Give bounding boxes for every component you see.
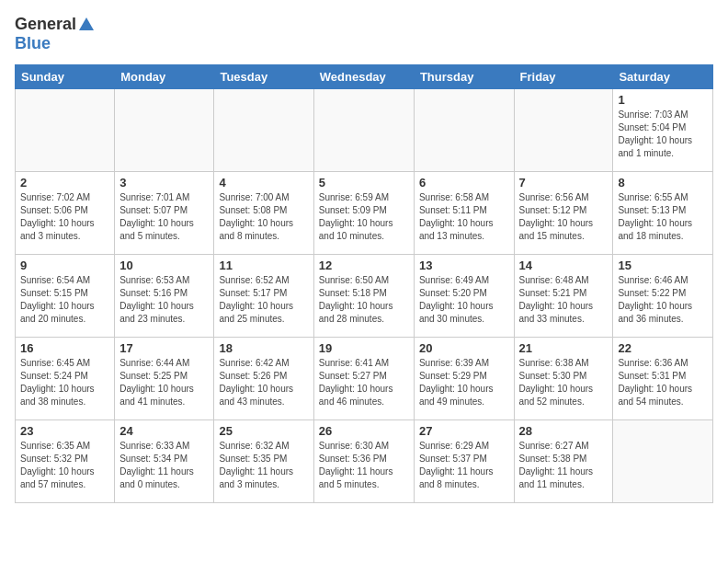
day-info: Sunrise: 7:03 AM Sunset: 5:04 PM Dayligh… xyxy=(618,109,708,160)
day-number: 23 xyxy=(20,424,109,438)
calendar-cell-w2d6: 15Sunrise: 6:46 AM Sunset: 5:22 PM Dayli… xyxy=(613,255,713,338)
day-info: Sunrise: 6:27 AM Sunset: 5:38 PM Dayligh… xyxy=(519,440,609,491)
calendar-cell-w2d5: 14Sunrise: 6:48 AM Sunset: 5:21 PM Dayli… xyxy=(514,255,613,338)
day-info: Sunrise: 6:50 AM Sunset: 5:18 PM Dayligh… xyxy=(319,274,409,326)
calendar-cell-w0d5 xyxy=(514,89,613,172)
page-header: General Blue xyxy=(15,15,713,53)
logo-blue-text: Blue xyxy=(15,34,51,52)
calendar-cell-w1d5: 7Sunrise: 6:56 AM Sunset: 5:12 PM Daylig… xyxy=(514,172,613,255)
day-info: Sunrise: 6:30 AM Sunset: 5:36 PM Dayligh… xyxy=(319,440,409,491)
day-info: Sunrise: 6:45 AM Sunset: 5:24 PM Dayligh… xyxy=(20,357,109,408)
week-row-3: 16Sunrise: 6:45 AM Sunset: 5:24 PM Dayli… xyxy=(16,338,713,420)
day-info: Sunrise: 6:55 AM Sunset: 5:13 PM Dayligh… xyxy=(618,191,708,243)
calendar-cell-w1d0: 2Sunrise: 7:02 AM Sunset: 5:06 PM Daylig… xyxy=(16,172,115,255)
day-number: 13 xyxy=(419,259,509,272)
calendar-table: SundayMondayTuesdayWednesdayThursdayFrid… xyxy=(15,64,713,503)
calendar-cell-w1d1: 3Sunrise: 7:01 AM Sunset: 5:07 PM Daylig… xyxy=(115,172,214,255)
day-number: 3 xyxy=(119,176,209,190)
day-number: 21 xyxy=(519,341,609,355)
calendar-cell-w0d6: 1Sunrise: 7:03 AM Sunset: 5:04 PM Daylig… xyxy=(613,89,713,172)
weekday-header-friday: Friday xyxy=(514,65,613,89)
day-number: 6 xyxy=(419,176,509,190)
calendar-cell-w4d2: 25Sunrise: 6:32 AM Sunset: 5:35 PM Dayli… xyxy=(214,420,313,503)
calendar-cell-w1d3: 5Sunrise: 6:59 AM Sunset: 5:09 PM Daylig… xyxy=(313,172,414,255)
day-number: 28 xyxy=(519,424,609,438)
day-number: 9 xyxy=(20,259,109,272)
day-info: Sunrise: 6:32 AM Sunset: 5:35 PM Dayligh… xyxy=(219,440,308,491)
calendar-cell-w4d6 xyxy=(613,420,713,503)
weekday-header-saturday: Saturday xyxy=(613,65,713,89)
weekday-header-tuesday: Tuesday xyxy=(214,65,313,89)
day-info: Sunrise: 6:41 AM Sunset: 5:27 PM Dayligh… xyxy=(319,357,409,408)
day-info: Sunrise: 6:48 AM Sunset: 5:21 PM Dayligh… xyxy=(519,274,609,326)
day-info: Sunrise: 6:38 AM Sunset: 5:30 PM Dayligh… xyxy=(519,357,609,408)
day-number: 2 xyxy=(20,176,109,190)
calendar-cell-w2d4: 13Sunrise: 6:49 AM Sunset: 5:20 PM Dayli… xyxy=(414,255,514,338)
calendar-cell-w0d2 xyxy=(214,89,313,172)
day-info: Sunrise: 6:46 AM Sunset: 5:22 PM Dayligh… xyxy=(618,274,708,326)
day-number: 5 xyxy=(319,176,409,190)
day-info: Sunrise: 6:42 AM Sunset: 5:26 PM Dayligh… xyxy=(219,357,308,408)
week-row-2: 9Sunrise: 6:54 AM Sunset: 5:15 PM Daylig… xyxy=(16,255,713,338)
day-number: 16 xyxy=(20,341,109,355)
day-info: Sunrise: 6:39 AM Sunset: 5:29 PM Dayligh… xyxy=(419,357,509,408)
calendar-cell-w1d4: 6Sunrise: 6:58 AM Sunset: 5:11 PM Daylig… xyxy=(414,172,514,255)
calendar-cell-w3d1: 17Sunrise: 6:44 AM Sunset: 5:25 PM Dayli… xyxy=(115,338,214,420)
logo-icon xyxy=(78,16,95,32)
calendar-cell-w0d3 xyxy=(313,89,414,172)
weekday-header-sunday: Sunday xyxy=(16,65,115,89)
calendar-cell-w2d1: 10Sunrise: 6:53 AM Sunset: 5:16 PM Dayli… xyxy=(115,255,214,338)
day-info: Sunrise: 6:35 AM Sunset: 5:32 PM Dayligh… xyxy=(20,440,109,491)
day-info: Sunrise: 6:33 AM Sunset: 5:34 PM Dayligh… xyxy=(119,440,209,491)
weekday-header-row: SundayMondayTuesdayWednesdayThursdayFrid… xyxy=(16,65,713,89)
day-number: 24 xyxy=(119,424,209,438)
logo-general-text: General xyxy=(15,15,76,34)
calendar-cell-w3d5: 21Sunrise: 6:38 AM Sunset: 5:30 PM Dayli… xyxy=(514,338,613,420)
calendar-cell-w3d4: 20Sunrise: 6:39 AM Sunset: 5:29 PM Dayli… xyxy=(414,338,514,420)
calendar-cell-w2d2: 11Sunrise: 6:52 AM Sunset: 5:17 PM Dayli… xyxy=(214,255,313,338)
calendar-cell-w3d0: 16Sunrise: 6:45 AM Sunset: 5:24 PM Dayli… xyxy=(16,338,115,420)
week-row-0: 1Sunrise: 7:03 AM Sunset: 5:04 PM Daylig… xyxy=(16,89,713,172)
day-number: 15 xyxy=(618,259,708,272)
day-number: 20 xyxy=(419,341,509,355)
calendar-cell-w4d0: 23Sunrise: 6:35 AM Sunset: 5:32 PM Dayli… xyxy=(16,420,115,503)
day-number: 7 xyxy=(519,176,609,190)
day-number: 10 xyxy=(119,259,209,272)
day-number: 4 xyxy=(219,176,308,190)
calendar-cell-w4d4: 27Sunrise: 6:29 AM Sunset: 5:37 PM Dayli… xyxy=(414,420,514,503)
calendar-cell-w1d2: 4Sunrise: 7:00 AM Sunset: 5:08 PM Daylig… xyxy=(214,172,313,255)
day-number: 14 xyxy=(519,259,609,272)
calendar-cell-w0d0 xyxy=(16,89,115,172)
weekday-header-thursday: Thursday xyxy=(414,65,514,89)
calendar-cell-w0d1 xyxy=(115,89,214,172)
calendar-cell-w3d6: 22Sunrise: 6:36 AM Sunset: 5:31 PM Dayli… xyxy=(613,338,713,420)
logo: General Blue xyxy=(15,15,95,53)
week-row-1: 2Sunrise: 7:02 AM Sunset: 5:06 PM Daylig… xyxy=(16,172,713,255)
day-info: Sunrise: 6:53 AM Sunset: 5:16 PM Dayligh… xyxy=(119,274,209,326)
day-number: 19 xyxy=(319,341,409,355)
weekday-header-monday: Monday xyxy=(115,65,214,89)
calendar-cell-w2d0: 9Sunrise: 6:54 AM Sunset: 5:15 PM Daylig… xyxy=(16,255,115,338)
day-number: 25 xyxy=(219,424,308,438)
day-info: Sunrise: 6:52 AM Sunset: 5:17 PM Dayligh… xyxy=(219,274,308,326)
calendar-cell-w3d3: 19Sunrise: 6:41 AM Sunset: 5:27 PM Dayli… xyxy=(313,338,414,420)
day-info: Sunrise: 6:56 AM Sunset: 5:12 PM Dayligh… xyxy=(519,191,609,243)
weekday-header-wednesday: Wednesday xyxy=(313,65,414,89)
day-info: Sunrise: 7:02 AM Sunset: 5:06 PM Dayligh… xyxy=(20,191,109,243)
day-info: Sunrise: 6:36 AM Sunset: 5:31 PM Dayligh… xyxy=(618,357,708,408)
day-number: 26 xyxy=(319,424,409,438)
calendar-cell-w4d3: 26Sunrise: 6:30 AM Sunset: 5:36 PM Dayli… xyxy=(313,420,414,503)
day-info: Sunrise: 7:01 AM Sunset: 5:07 PM Dayligh… xyxy=(119,191,209,243)
calendar-cell-w3d2: 18Sunrise: 6:42 AM Sunset: 5:26 PM Dayli… xyxy=(214,338,313,420)
day-info: Sunrise: 7:00 AM Sunset: 5:08 PM Dayligh… xyxy=(219,191,308,243)
day-info: Sunrise: 6:29 AM Sunset: 5:37 PM Dayligh… xyxy=(419,440,509,491)
calendar-cell-w4d5: 28Sunrise: 6:27 AM Sunset: 5:38 PM Dayli… xyxy=(514,420,613,503)
week-row-4: 23Sunrise: 6:35 AM Sunset: 5:32 PM Dayli… xyxy=(16,420,713,503)
day-number: 18 xyxy=(219,341,308,355)
day-number: 17 xyxy=(119,341,209,355)
day-number: 8 xyxy=(618,176,708,190)
day-number: 27 xyxy=(419,424,509,438)
svg-marker-0 xyxy=(79,17,94,30)
calendar-cell-w2d3: 12Sunrise: 6:50 AM Sunset: 5:18 PM Dayli… xyxy=(313,255,414,338)
day-number: 22 xyxy=(618,341,708,355)
